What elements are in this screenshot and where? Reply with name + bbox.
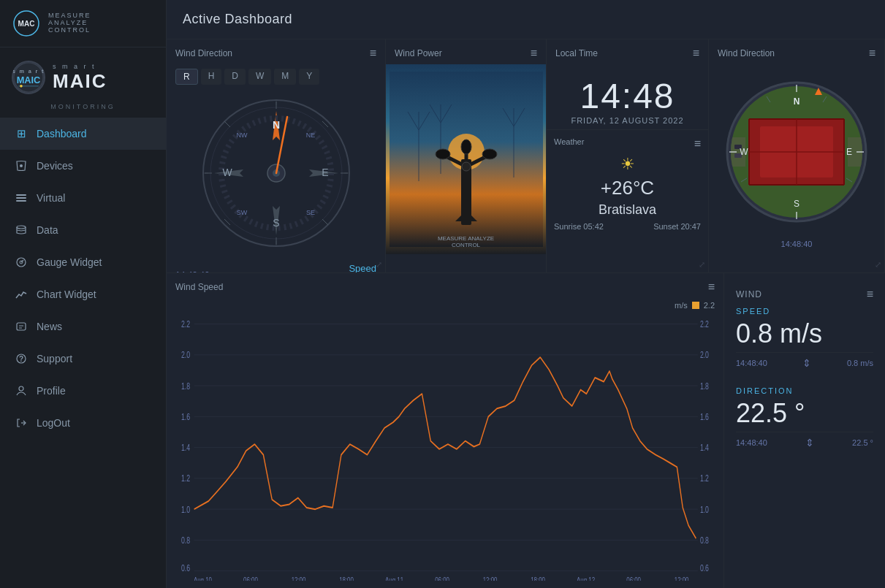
svg-text:E: E xyxy=(322,167,328,178)
wind-power-header: Wind Power ≡ xyxy=(386,39,546,64)
sidebar-label-chart: Chart Widget xyxy=(37,289,96,300)
weather-section: Weather ≡ ☀ +26°C Bratislava Sunrise 05:… xyxy=(547,129,708,238)
main-content: Active Dashboard Wind Direction ≡ R H D … xyxy=(167,0,885,588)
virtual-icon xyxy=(15,191,28,205)
svg-point-7 xyxy=(20,164,23,167)
speed-section-label: SPEED xyxy=(736,307,873,316)
sidebar-label-support: Support xyxy=(37,353,72,364)
sidebar-item-data[interactable]: Data xyxy=(0,214,166,246)
svg-text:SW: SW xyxy=(236,209,247,216)
wind-dir-right-title: Wind Direction xyxy=(718,48,775,58)
weather-main: ☀ +26°C Bratislava xyxy=(554,155,701,218)
sidebar-item-news[interactable]: News xyxy=(0,310,166,343)
sidebar-item-gauge-widget[interactable]: Gauge Widget xyxy=(0,246,166,278)
city-text: Bratislava xyxy=(599,202,656,218)
svg-text:18:00: 18:00 xyxy=(531,576,545,581)
legend-unit: m/s xyxy=(675,301,688,310)
wind-speed-section: SPEED 0.8 m/s 14:48:40 ⇕ 0.8 m/s xyxy=(736,307,873,381)
svg-text:0.6: 0.6 xyxy=(700,562,709,573)
tab-Y[interactable]: Y xyxy=(299,69,319,85)
gauge-icon xyxy=(15,256,28,269)
wind-dir-left-menu[interactable]: ≡ xyxy=(370,47,376,60)
sidebar-item-logout[interactable]: LogOut xyxy=(0,407,166,439)
compass-right-svg: N S E W xyxy=(723,79,870,225)
svg-text:06:00: 06:00 xyxy=(435,576,449,581)
sunset: Sunset 20:47 xyxy=(653,222,701,231)
svg-line-33 xyxy=(322,121,328,127)
svg-text:0.8: 0.8 xyxy=(700,535,709,545)
svg-rect-10 xyxy=(16,200,26,202)
wind-info-menu[interactable]: ≡ xyxy=(867,288,873,301)
direction-time: 14:48:40 xyxy=(736,438,767,447)
brand-name-block: s m a r t MAIC xyxy=(53,63,107,93)
sidebar: MAC MEASURE ANALYZE CONTROL s m a r t MA… xyxy=(0,0,167,588)
tab-W[interactable]: W xyxy=(248,69,271,85)
sidebar-item-profile[interactable]: Profile xyxy=(0,375,166,407)
sidebar-label-virtual: Virtual xyxy=(37,192,65,204)
page-title: Active Dashboard xyxy=(183,12,292,26)
svg-text:06:00: 06:00 xyxy=(243,576,258,581)
tab-H[interactable]: H xyxy=(201,69,222,85)
tab-D[interactable]: D xyxy=(224,69,246,85)
svg-rect-9 xyxy=(16,197,26,199)
tab-M[interactable]: M xyxy=(274,69,296,85)
chart-legend: m/s 2.2 xyxy=(167,298,723,313)
sidebar-item-devices[interactable]: Devices xyxy=(0,150,166,182)
monitoring-label: MONITORING xyxy=(0,100,166,118)
logo-line3: CONTROL xyxy=(48,27,91,34)
svg-point-70 xyxy=(436,149,450,159)
local-time-widget: Local Time ≡ 14:48 FRIDAY, 12 AUGUST 202… xyxy=(547,39,709,272)
wind-info-panel: WIND ≡ SPEED 0.8 m/s 14:48:40 ⇕ 0.8 m/s … xyxy=(724,273,885,588)
sunrise: Sunrise 05:42 xyxy=(554,222,604,231)
wind-power-widget: Wind Power ≡ xyxy=(386,39,547,272)
svg-rect-15 xyxy=(17,323,26,330)
resize-handle-time[interactable]: ⤢ xyxy=(699,260,705,270)
profile-icon xyxy=(15,384,28,397)
speed-display: 0.8 m/s xyxy=(736,318,873,349)
svg-point-72 xyxy=(461,140,471,154)
wind-direction-info-section: DIRECTION 22.5 ° 14:48:40 ⇕ 22.5 ° xyxy=(736,386,873,448)
svg-line-32 xyxy=(224,121,230,127)
svg-text:2.2: 2.2 xyxy=(700,318,709,329)
speed-time-row: 14:48:40 ⇕ 0.8 m/s xyxy=(736,352,873,369)
wind-speed-chart-widget: Wind Speed ≡ m/s 2.2 2.2 2.0 1.8 1.6 1. xyxy=(167,273,724,588)
tab-R[interactable]: R xyxy=(175,69,198,85)
sidebar-label-devices: Devices xyxy=(37,160,73,172)
sidebar-label-dashboard: Dashboard xyxy=(37,128,87,140)
sidebar-item-support[interactable]: ? Support xyxy=(0,343,166,375)
logo-icon: MAC xyxy=(13,10,39,37)
local-time-header: Local Time ≡ xyxy=(547,39,708,64)
chart-icon xyxy=(15,288,28,301)
wind-power-menu[interactable]: ≡ xyxy=(531,47,537,60)
svg-text:S: S xyxy=(273,217,279,229)
brand-maic: MAIC xyxy=(53,70,107,93)
svg-text:12:00: 12:00 xyxy=(292,576,306,581)
wind-info-header: WIND ≡ xyxy=(736,280,873,307)
wind-speed-svg: 2.2 2.0 1.8 1.6 1.4 1.2 1.0 0.8 0.6 2.2 … xyxy=(174,313,716,581)
svg-text:?: ? xyxy=(19,355,23,363)
sidebar-item-dashboard[interactable]: ⊞ Dashboard xyxy=(0,118,166,150)
svg-text:NE: NE xyxy=(305,131,315,139)
svg-point-6 xyxy=(20,85,23,88)
svg-text:N: N xyxy=(272,119,279,131)
resize-handle[interactable]: ⤢ xyxy=(376,260,382,270)
up-down-icon-dir: ⇕ xyxy=(805,437,814,448)
svg-line-35 xyxy=(322,219,328,225)
weather-menu[interactable]: ≡ xyxy=(694,137,701,150)
local-time-menu[interactable]: ≡ xyxy=(693,47,699,60)
devices-icon xyxy=(15,159,28,172)
wind-dir-right-menu[interactable]: ≡ xyxy=(869,47,875,60)
wind-speed-menu[interactable]: ≡ xyxy=(708,280,715,294)
sidebar-item-chart-widget[interactable]: Chart Widget xyxy=(0,278,166,310)
svg-point-20 xyxy=(19,386,23,391)
sidebar-label-gauge: Gauge Widget xyxy=(37,256,102,268)
direction-section-label: DIRECTION xyxy=(736,386,873,395)
resize-handle-dir-right[interactable]: ⤢ xyxy=(875,260,881,270)
svg-text:MAIC: MAIC xyxy=(17,75,41,85)
time-big: 14:48 xyxy=(554,76,701,116)
sidebar-nav: ⊞ Dashboard Devices Virtual Data Gauge xyxy=(0,118,166,588)
sidebar-label-profile: Profile xyxy=(37,385,66,397)
svg-rect-74 xyxy=(462,188,471,210)
sidebar-item-virtual[interactable]: Virtual xyxy=(0,182,166,214)
svg-text:Aug 10: Aug 10 xyxy=(194,576,212,581)
